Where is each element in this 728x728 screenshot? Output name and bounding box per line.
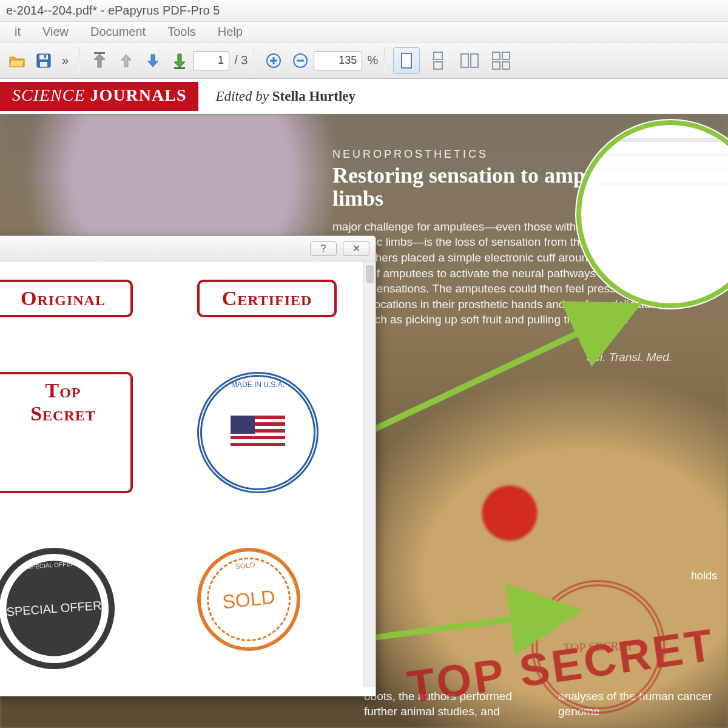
save-icon[interactable] (32, 49, 56, 73)
stamp-sold[interactable]: SOLD SOLD (192, 543, 306, 656)
svg-rect-5 (174, 67, 185, 69)
usa-flag-icon (231, 416, 285, 450)
article-citation: Sci. Transl. Med. (332, 351, 672, 364)
stamp-top-secret[interactable]: Top Secret (0, 372, 133, 493)
dialog-titlebar[interactable]: ? ✕ (0, 236, 376, 261)
svg-rect-15 (493, 62, 500, 69)
menu-edit[interactable]: it (4, 22, 32, 41)
svg-rect-11 (461, 54, 468, 67)
page-total-label: / 3 (234, 53, 248, 67)
stamp-special-offer-text: SPECIAL OFFER (6, 599, 102, 618)
stamp-sold-text: SOLD (221, 585, 277, 613)
open-icon[interactable] (5, 49, 29, 73)
zoom-unit-label: % (367, 53, 378, 67)
stamp-picker-dialog[interactable]: ? ✕ Original Certified Top Secret MADE I… (0, 235, 376, 696)
edited-by: Edited by Stella Hurtley (215, 89, 356, 104)
zoom-out-icon[interactable] (288, 49, 312, 73)
separator (384, 47, 385, 74)
dialog-help-button[interactable]: ? (310, 241, 337, 256)
toolbar-overflow[interactable]: » (62, 53, 69, 67)
article-caption: holds (691, 570, 717, 582)
dialog-scrollbar[interactable] (363, 261, 376, 687)
svg-rect-9 (434, 52, 442, 59)
dialog-body: Original Certified Top Secret MADE IN U.… (0, 261, 376, 687)
view-facing-button[interactable] (456, 47, 483, 74)
svg-rect-10 (434, 62, 442, 69)
dialog-close-button[interactable]: ✕ (343, 241, 369, 256)
stamp-made-in-usa[interactable]: MADE IN U.S.A. (197, 372, 318, 493)
svg-rect-16 (502, 62, 510, 69)
zoom-in-icon[interactable] (261, 49, 286, 73)
svg-rect-1 (39, 55, 48, 59)
stamp-sold-small-text: SOLD (235, 561, 255, 571)
stamp-certified[interactable]: Certified (197, 280, 337, 317)
page-number-input[interactable] (193, 51, 229, 70)
stamp-special-small-text: SPECIAL OFFER (27, 561, 75, 570)
journal-word-1: SCIENCE (12, 86, 86, 104)
separator (254, 47, 254, 74)
menu-document[interactable]: Document (79, 22, 157, 41)
menu-bar: it View Document Tools Help (0, 22, 728, 42)
stamp-special-offer[interactable]: SPECIAL OFFER SPECIAL OFFER (0, 544, 119, 673)
svg-rect-2 (40, 62, 47, 67)
title-bar: e-2014--204.pdf* - ePapyrus PDF-Pro 5 (0, 0, 728, 22)
document-viewport[interactable]: NEUROPROSTHETICS Restoring sensation to … (0, 114, 728, 728)
window-title: e-2014--204.pdf* - ePapyrus PDF-Pro 5 (6, 4, 220, 18)
last-page-icon[interactable] (167, 49, 192, 73)
journal-badge: SCIENCE JOURNALS (0, 82, 198, 111)
menu-view[interactable]: View (32, 22, 79, 41)
svg-rect-3 (44, 55, 46, 58)
view-single-page-button[interactable] (393, 47, 420, 74)
svg-rect-12 (471, 54, 478, 67)
journal-word-2: JOURNALS (90, 86, 187, 104)
menu-help[interactable]: Help (207, 22, 254, 41)
scrollbar-thumb[interactable] (366, 265, 374, 283)
view-facing-continuous-button[interactable] (488, 47, 514, 74)
prev-page-icon[interactable] (114, 49, 138, 73)
stamp-usa-ring-text: MADE IN U.S.A. (231, 380, 285, 389)
separator (79, 47, 80, 74)
svg-rect-14 (502, 52, 510, 59)
svg-rect-8 (402, 53, 411, 68)
toolbar: » / 3 % (0, 42, 728, 79)
svg-rect-4 (94, 52, 105, 54)
menu-tools[interactable]: Tools (157, 22, 207, 41)
edited-prefix: Edited by (215, 89, 272, 104)
editor-name: Stella Hurtley (272, 89, 356, 104)
stamp-original[interactable]: Original (0, 280, 133, 317)
view-continuous-button[interactable] (425, 47, 451, 74)
first-page-icon[interactable] (87, 49, 112, 73)
zoom-input[interactable] (314, 51, 362, 70)
svg-rect-13 (493, 52, 500, 59)
document-banner: SCIENCE JOURNALS Edited by Stella Hurtle… (0, 79, 728, 114)
next-page-icon[interactable] (141, 49, 165, 73)
